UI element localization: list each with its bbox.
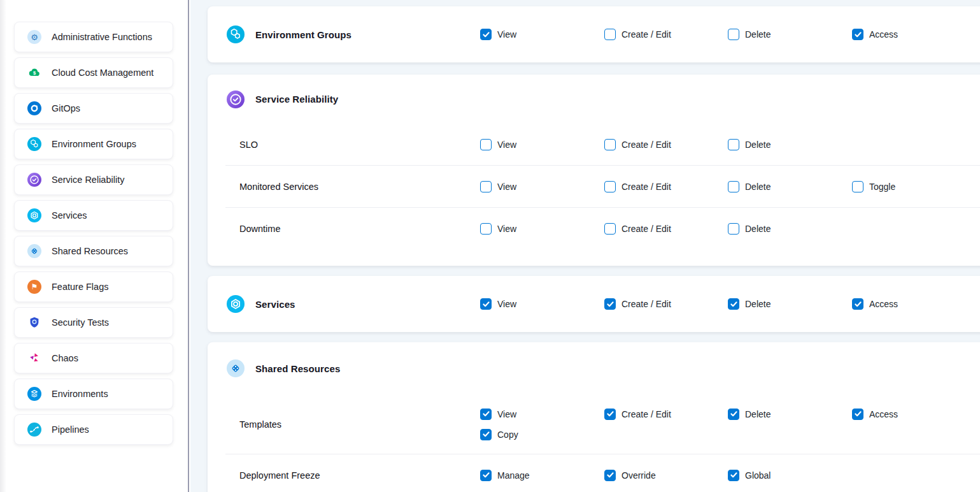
permission-create-edit[interactable]: Create / Edit: [604, 298, 728, 310]
delete-checkbox[interactable]: [728, 181, 739, 192]
view-checkbox[interactable]: [480, 181, 492, 192]
view-checkbox[interactable]: [480, 223, 492, 235]
access-checkbox[interactable]: [852, 409, 863, 420]
environment-groups-icon: [27, 137, 41, 151]
permission-create-edit[interactable]: Create / Edit: [604, 181, 728, 192]
permission-global[interactable]: Global: [728, 470, 852, 481]
permission-access[interactable]: Access: [852, 29, 980, 40]
permission-label: View: [497, 299, 516, 309]
view-checkbox[interactable]: [480, 409, 492, 420]
permission-label: Create / Edit: [621, 409, 671, 419]
sidebar-item-label: GitOps: [52, 103, 80, 113]
sidebar-item-cloud-cost-management[interactable]: $ Cloud Cost Management: [14, 57, 173, 88]
sidebar-item-environments[interactable]: Environments: [14, 379, 173, 409]
view-checkbox[interactable]: [480, 298, 492, 310]
permission-label: Copy: [497, 430, 518, 440]
permission-view[interactable]: View: [480, 298, 604, 310]
view-checkbox[interactable]: [480, 139, 492, 150]
permission-label: View: [497, 29, 516, 40]
permission-toggle[interactable]: Toggle: [852, 181, 980, 192]
sidebar-item-pipelines[interactable]: Pipelines: [14, 414, 173, 445]
permission-create-edit[interactable]: Create / Edit: [604, 29, 728, 40]
sidebar-item-label: Security Tests: [52, 317, 109, 328]
permission-card-services: Services View Create / Edit Delete Acces…: [208, 276, 980, 332]
role-permissions-page: ⚙ Administrative Functions $ Cloud Cost …: [0, 0, 980, 492]
permission-view[interactable]: View: [480, 181, 604, 192]
sidebar-item-service-reliability[interactable]: Service Reliability: [14, 164, 173, 195]
permission-label: Toggle: [869, 182, 895, 192]
security-tests-icon: [27, 315, 41, 329]
services-icon: [227, 295, 245, 313]
permission-label: Global: [745, 470, 771, 481]
delete-checkbox[interactable]: [728, 298, 739, 310]
environment-groups-icon: [227, 25, 245, 43]
permission-label: Delete: [745, 182, 771, 192]
resource-label: Templates: [208, 419, 480, 430]
create-edit-checkbox[interactable]: [604, 29, 616, 40]
permission-row-deployment-freeze: Deployment Freeze Manage Override Global: [208, 454, 980, 492]
delete-checkbox[interactable]: [728, 29, 739, 40]
permission-view[interactable]: View: [480, 409, 604, 420]
shared-resources-icon: [227, 359, 245, 377]
permission-manage[interactable]: Manage: [480, 470, 604, 481]
manage-checkbox[interactable]: [480, 470, 492, 481]
gear-icon: ⚙: [27, 30, 41, 44]
svg-text:$: $: [33, 70, 36, 76]
copy-checkbox[interactable]: [480, 429, 492, 440]
create-edit-checkbox[interactable]: [604, 139, 616, 150]
sidebar-item-administrative-functions[interactable]: ⚙ Administrative Functions: [14, 22, 173, 52]
delete-checkbox[interactable]: [728, 139, 739, 150]
access-checkbox[interactable]: [852, 29, 863, 40]
permission-copy[interactable]: Copy: [480, 429, 604, 440]
create-edit-checkbox[interactable]: [604, 409, 616, 420]
create-edit-checkbox[interactable]: [604, 181, 616, 192]
create-edit-checkbox[interactable]: [604, 223, 616, 235]
access-checkbox[interactable]: [852, 298, 863, 310]
sidebar-item-security-tests[interactable]: Security Tests: [14, 307, 173, 338]
sidebar-item-environment-groups[interactable]: Environment Groups: [14, 129, 173, 159]
sidebar-item-label: Feature Flags: [52, 282, 108, 292]
card-header: Environment Groups: [208, 25, 480, 43]
permission-delete[interactable]: Delete: [728, 181, 852, 192]
permission-label: Create / Edit: [621, 224, 671, 234]
permission-label: Access: [869, 299, 898, 309]
permission-delete[interactable]: Delete: [728, 298, 852, 310]
sidebar-item-chaos[interactable]: Chaos: [14, 343, 173, 373]
permission-delete[interactable]: Delete: [728, 409, 852, 420]
create-edit-checkbox[interactable]: [604, 298, 616, 310]
service-reliability-icon: [27, 173, 41, 187]
permission-create-edit[interactable]: Create / Edit: [604, 409, 728, 420]
global-checkbox[interactable]: [728, 470, 739, 481]
permission-access[interactable]: Access: [852, 298, 980, 310]
permission-label: Access: [869, 29, 898, 40]
permission-view[interactable]: View: [480, 29, 604, 40]
card-title: Environment Groups: [255, 29, 352, 40]
permission-delete[interactable]: Delete: [728, 223, 852, 235]
permission-delete[interactable]: Delete: [728, 139, 852, 150]
permission-label: Manage: [497, 470, 530, 481]
permission-delete[interactable]: Delete: [728, 29, 852, 40]
permission-view[interactable]: View: [480, 223, 604, 235]
permission-create-edit[interactable]: Create / Edit: [604, 223, 728, 235]
environments-icon: [27, 387, 41, 401]
gitops-icon: [27, 101, 41, 115]
toggle-checkbox[interactable]: [852, 181, 863, 192]
sidebar-item-gitops[interactable]: GitOps: [14, 93, 173, 124]
sidebar-item-feature-flags[interactable]: ⚑ Feature Flags: [14, 271, 173, 302]
sidebar-item-label: Cloud Cost Management: [52, 68, 153, 78]
sidebar-item-shared-resources[interactable]: Shared Resources: [14, 236, 173, 266]
permission-view[interactable]: View: [480, 139, 604, 150]
resource-category-sidebar: ⚙ Administrative Functions $ Cloud Cost …: [0, 0, 189, 492]
permission-row-downtime: Downtime View Create / Edit Delete: [208, 208, 980, 249]
permission-create-edit[interactable]: Create / Edit: [604, 139, 728, 150]
card-title: Shared Resources: [255, 363, 340, 374]
sidebar-item-services[interactable]: Services: [14, 200, 173, 231]
override-checkbox[interactable]: [604, 470, 616, 481]
delete-checkbox[interactable]: [728, 409, 739, 420]
shared-resources-icon: [27, 244, 41, 258]
view-checkbox[interactable]: [480, 29, 492, 40]
permission-access[interactable]: Access: [852, 409, 980, 420]
permission-override[interactable]: Override: [604, 470, 728, 481]
sidebar-item-label: Administrative Functions: [52, 32, 152, 42]
delete-checkbox[interactable]: [728, 223, 739, 235]
